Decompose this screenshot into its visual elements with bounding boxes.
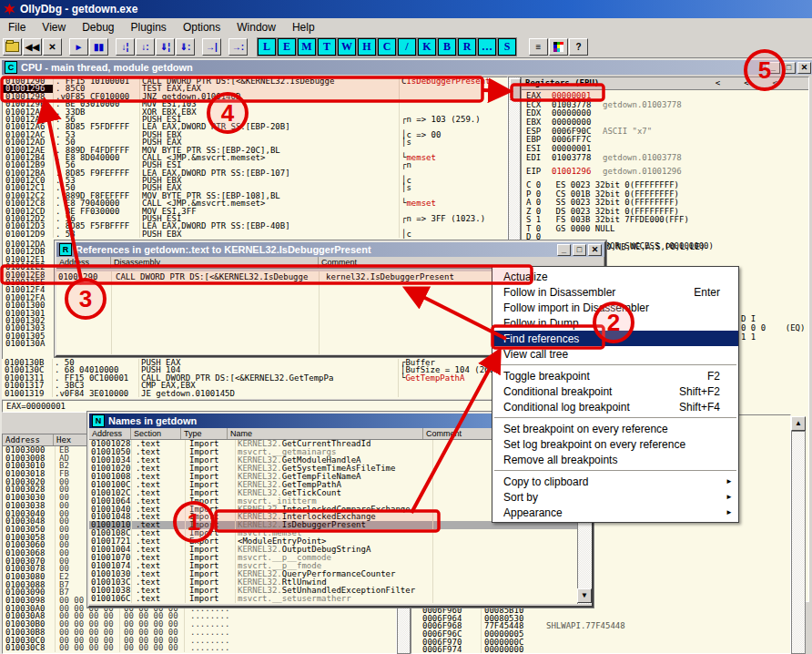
menu-item-sort-by[interactable]: Sort by► [492,489,738,505]
name-symbol: KERNEL32.GetTempPathA [235,481,432,489]
panel-button-/[interactable]: / [398,38,416,56]
menu-item-find-references[interactable]: Find references [492,331,738,346]
references-minimize-button[interactable]: _ [557,244,571,256]
open-button[interactable] [3,38,22,56]
names-row[interactable]: 01001030.textImportKERNEL32.QueryPerform… [89,570,577,578]
name-function: GetSystemTimeAsFileTime [282,465,396,473]
name-function: _initterm [272,497,317,506]
menu-item-set-log-breakpoint-on-every-reference[interactable]: Set log breakpoint on every reference [492,436,738,452]
animate-into-button[interactable]: ⇓¦ [156,38,175,56]
panel-button-…[interactable]: … [478,38,496,56]
names-row[interactable]: 01001721.textExport<ModuleEntryPoint> [89,537,577,546]
menu-help[interactable]: Help [284,19,323,36]
cpu-maximize-button[interactable]: □ [782,62,796,74]
restart-button[interactable]: ◀◀ [23,38,42,56]
disasm-row[interactable]: 010012D3. 8D85 F5FBFFFFLEA EAX,DWORD PTR… [3,222,507,230]
panel-button-B[interactable]: B [438,38,456,56]
names-row[interactable]: 01001038.textImportKERNEL32.SetUnhandled… [89,587,577,595]
menu-view[interactable]: View [34,19,74,36]
cpu-close-button[interactable]: ✕ [797,62,811,74]
names-row[interactable]: 01001070.textImportmsvcrt.__p__commode [89,554,577,562]
options-list-button[interactable]: ≡ [529,38,548,56]
stack-scrollbar-up-button[interactable]: ▲ [791,416,806,431]
menu-item-copy-to-clipboard[interactable]: Copy to clipboard► [492,474,738,489]
disasm-row[interactable]: 010012B4. E8 8D040000CALL <JMP.&msvcrt.m… [3,154,507,161]
menu-item-view-call-tree[interactable]: View call tree [492,346,738,362]
disasm-comment [399,100,507,107]
disassembly-continued[interactable]: 0100130B. 50PUSH EAX┌Buffer0100130C. 68 … [2,359,508,399]
panel-button-M[interactable]: M [298,38,316,56]
names-row[interactable]: 0100106C.textImportmsvcrt.__setusermathe… [89,595,577,603]
context-menu: ActualizeFollow in DisassemblerEnterFoll… [492,266,739,523]
names-row[interactable]: 0100108C.textImportmsvcrt.memset [89,529,577,537]
cpu-minimize-button[interactable]: _ [766,62,780,74]
go-to-button[interactable]: →: [228,38,248,56]
menu-item-toggle-breakpoint[interactable]: Toggle breakpointF2 [492,368,738,383]
menu-item-actualize[interactable]: Actualize [492,269,738,284]
name-function: <ModuleEntryPoint> [238,537,327,546]
name-function: GetTickCount [282,489,341,497]
menu-item-label: Set breakpoint on every reference [503,423,668,435]
references-close-button[interactable]: ✕ [588,244,602,256]
disasm-row[interactable]: 010012C0. 53PUSH EBX│c [3,177,507,184]
register-row[interactable]: EDI01003778getdown.01003778 [526,154,808,163]
disasm-row[interactable]: 010012D9. 53PUSH EBX│c [3,230,507,238]
menu-plugins[interactable]: Plugins [123,19,175,36]
names-row[interactable]: 01001074.textImportmsvcrt.__p__fmode [89,562,577,570]
panel-button-W[interactable]: W [338,38,356,56]
pause-button[interactable]: ▮▮ [89,38,108,56]
panel-button-C[interactable]: C [378,38,396,56]
disassembly-scrollbar-thumb[interactable] [510,78,521,100]
disasm-row[interactable]: 010012AC. 53PUSH EBX│c => 00 [3,131,507,138]
disasm-row[interactable]: 01001319.v0F84 3E010000JE getdown.010014… [2,390,508,397]
app-titlebar[interactable]: OllyDbg - getdown.exe [0,0,812,18]
panel-button-T[interactable]: T [318,38,336,56]
name-comment [432,562,577,570]
menu-options[interactable]: Options [175,19,228,36]
run-button[interactable]: ► [69,38,88,56]
panel-button-L[interactable]: L [258,38,276,56]
panel-button-R[interactable]: R [458,38,476,56]
references-maximize-button[interactable]: □ [573,244,586,256]
menu-debug[interactable]: Debug [74,19,122,36]
animate-over-button[interactable]: ⇓: [176,38,195,56]
panel-button-E[interactable]: E [278,38,296,56]
cpu-titlebar[interactable]: C CPU - main thread, module getdown _ □ … [2,60,812,75]
menu-item-follow-in-dump[interactable]: Follow in Dump [492,315,738,331]
panel-button-H[interactable]: H [358,38,376,56]
step-into-button[interactable]: ↓¦ [116,38,135,56]
appearance-colors-button[interactable] [549,38,568,56]
menu-separator [494,364,736,365]
stack-row[interactable]: 0006F97400000000 [422,646,625,654]
name-module: KERNEL32. [238,570,282,578]
names-row[interactable]: 0100103C.textImportKERNEL32.RtlUnwind [89,578,577,587]
disasm-comment [399,169,507,177]
disasm-hexdump: .v0F84 3E010000 [52,390,138,397]
names-row[interactable]: 01001004.textImportKERNEL32.OutputDebugS… [89,546,577,554]
registers-collapse-buttons[interactable]: <<< [716,77,808,89]
menu-window[interactable]: Window [228,19,284,36]
panel-button-S[interactable]: S [498,38,516,56]
stack-scrollbar[interactable] [791,431,806,654]
menu-item-remove-all-breakpoints[interactable]: Remove all breakpoints [492,452,738,467]
help-button[interactable]: ? [569,38,588,56]
menu-item-appearance[interactable]: Appearance► [492,505,738,520]
disasm-row[interactable]: 010012BA. 8D85 F9FEFFFFLEA EAX,DWORD PTR… [3,169,507,177]
menu-item-set-breakpoint-on-every-reference[interactable]: Set breakpoint on every reference [492,421,738,436]
menu-item-conditional-log-breakpoint[interactable]: Conditional log breakpointShift+F4 [492,399,738,414]
name-module: KERNEL32. [238,489,282,497]
references-titlebar[interactable]: R References in getdown:.text to KERNEL3… [56,242,604,257]
names-scrollbar-down-button[interactable]: ▼ [577,588,592,603]
dump-row[interactable]: 010030C800 00 00 0000 00 00 00........ [3,644,396,652]
dump-ascii: ........ [184,644,245,652]
menu-file[interactable]: File [0,19,34,36]
close-button[interactable]: ✕ [43,38,62,56]
panel-button-K[interactable]: K [418,38,436,56]
step-over-button[interactable]: ↓: [136,38,155,56]
submenu-arrow-icon: ► [726,508,733,516]
menu-item-follow-import-in-disassembler[interactable]: Follow import in Disassembler [492,300,738,315]
menu-item-follow-in-disassembler[interactable]: Follow in DisassemblerEnter [492,284,738,300]
execute-till-return-button[interactable]: →| [202,38,221,56]
register-row-eip[interactable]: EIP01001296getdown.01001296 [526,168,808,177]
menu-item-conditional-breakpoint[interactable]: Conditional breakpointShift+F2 [492,383,738,399]
